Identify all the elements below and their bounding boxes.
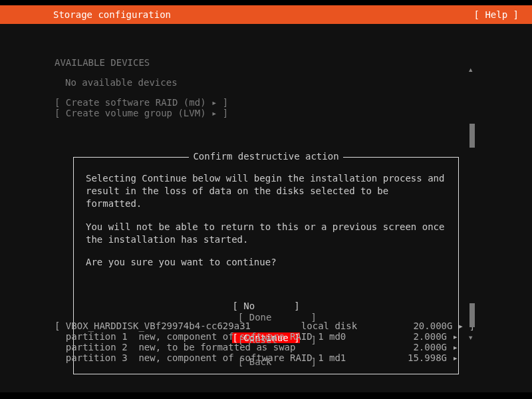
available-devices-header: AVAILABLE DEVICES: [0, 57, 532, 68]
scrollbar-thumb[interactable]: [469, 124, 475, 148]
back-button[interactable]: [ Back ]: [238, 356, 317, 367]
footer-buttons: [ Done ] [ Reset ] [ Back ]: [0, 301, 532, 379]
no-devices-text: No available devices: [0, 77, 532, 88]
page-title: Storage configuration: [53, 5, 171, 24]
reset-button[interactable]: [ Reset ]: [238, 334, 317, 345]
dialog-title: Confirm destructive action: [189, 151, 342, 162]
page-body: ▴ AVAILABLE DEVICES No available devices…: [0, 24, 532, 392]
dialog-text-1: Selecting Continue below will begin the …: [86, 172, 446, 210]
dialog-title-wrap: Confirm destructive action: [74, 151, 458, 162]
scroll-up-indicator: ▴: [468, 64, 473, 74]
help-link[interactable]: [ Help ]: [474, 5, 527, 24]
done-button[interactable]: [ Done ]: [238, 312, 317, 323]
create-raid-option[interactable]: [ Create software RAID (md) ▸ ]: [0, 97, 532, 108]
dialog-text-2: You will not be able to return to this o…: [86, 221, 446, 246]
dialog-text-3: Are you sure you want to continue?: [86, 256, 446, 269]
title-bar: Storage configuration [ Help ]: [0, 5, 532, 24]
create-lvm-option[interactable]: [ Create volume group (LVM) ▸ ]: [0, 108, 532, 118]
